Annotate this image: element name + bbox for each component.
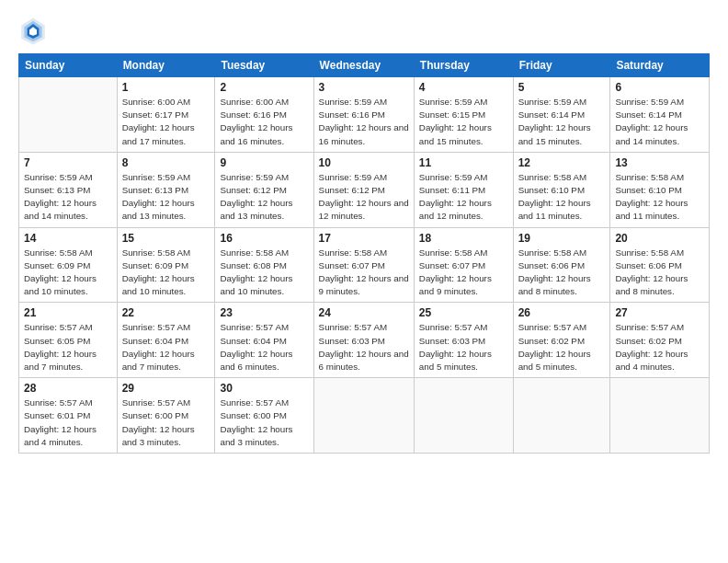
day-number: 1 — [122, 81, 210, 94]
column-header-monday: Monday — [117, 54, 215, 77]
day-info: Sunrise: 5:57 AMSunset: 6:04 PMDaylight:… — [220, 322, 292, 372]
day-info: Sunrise: 5:58 AMSunset: 6:07 PMDaylight:… — [319, 247, 409, 297]
day-info: Sunrise: 5:57 AMSunset: 6:03 PMDaylight:… — [419, 322, 492, 372]
calendar-cell: 20Sunrise: 5:58 AMSunset: 6:06 PMDayligh… — [610, 227, 710, 303]
column-header-wednesday: Wednesday — [313, 54, 414, 77]
day-number: 14 — [24, 232, 112, 245]
day-number: 5 — [518, 81, 606, 94]
calendar-cell — [513, 378, 610, 454]
calendar-cell — [313, 378, 414, 454]
column-header-tuesday: Tuesday — [215, 54, 313, 77]
calendar-week-4: 21Sunrise: 5:57 AMSunset: 6:05 PMDayligh… — [19, 303, 710, 378]
day-info: Sunrise: 5:59 AMSunset: 6:16 PMDaylight:… — [319, 97, 409, 146]
day-number: 23 — [220, 306, 308, 319]
calendar-cell — [19, 77, 118, 153]
day-number: 28 — [24, 382, 112, 395]
day-info: Sunrise: 5:58 AMSunset: 6:07 PMDaylight:… — [419, 247, 492, 297]
day-number: 7 — [24, 156, 112, 169]
day-info: Sunrise: 5:58 AMSunset: 6:09 PMDaylight:… — [122, 247, 195, 297]
day-info: Sunrise: 6:00 AMSunset: 6:17 PMDaylight:… — [122, 97, 195, 146]
day-info: Sunrise: 5:57 AMSunset: 6:00 PMDaylight:… — [220, 397, 292, 447]
calendar-cell: 28Sunrise: 5:57 AMSunset: 6:01 PMDayligh… — [19, 378, 118, 454]
day-number: 25 — [419, 306, 508, 319]
logo-icon — [18, 17, 48, 46]
calendar-header-row: SundayMondayTuesdayWednesdayThursdayFrid… — [19, 54, 710, 77]
calendar-week-3: 14Sunrise: 5:58 AMSunset: 6:09 PMDayligh… — [19, 227, 710, 303]
calendar-cell: 7Sunrise: 5:59 AMSunset: 6:13 PMDaylight… — [19, 152, 118, 227]
calendar-cell: 22Sunrise: 5:57 AMSunset: 6:04 PMDayligh… — [117, 303, 215, 378]
day-number: 19 — [518, 232, 606, 245]
calendar-cell: 16Sunrise: 5:58 AMSunset: 6:08 PMDayligh… — [215, 227, 313, 303]
calendar-cell: 6Sunrise: 5:59 AMSunset: 6:14 PMDaylight… — [610, 77, 710, 153]
calendar-cell: 4Sunrise: 5:59 AMSunset: 6:15 PMDaylight… — [414, 77, 513, 153]
day-number: 3 — [319, 81, 409, 94]
calendar-week-5: 28Sunrise: 5:57 AMSunset: 6:01 PMDayligh… — [19, 378, 710, 454]
day-info: Sunrise: 5:59 AMSunset: 6:11 PMDaylight:… — [419, 172, 492, 222]
calendar-cell: 1Sunrise: 6:00 AMSunset: 6:17 PMDaylight… — [117, 77, 215, 153]
page: SundayMondayTuesdayWednesdayThursdayFrid… — [0, 0, 728, 563]
day-number: 8 — [122, 156, 210, 169]
column-header-friday: Friday — [513, 54, 610, 77]
day-info: Sunrise: 5:59 AMSunset: 6:13 PMDaylight:… — [122, 172, 195, 222]
header — [18, 17, 710, 46]
day-info: Sunrise: 5:59 AMSunset: 6:12 PMDaylight:… — [319, 172, 409, 222]
calendar-cell: 13Sunrise: 5:58 AMSunset: 6:10 PMDayligh… — [610, 152, 710, 227]
calendar-cell: 29Sunrise: 5:57 AMSunset: 6:00 PMDayligh… — [117, 378, 215, 454]
day-info: Sunrise: 5:58 AMSunset: 6:06 PMDaylight:… — [518, 247, 591, 297]
calendar-week-1: 1Sunrise: 6:00 AMSunset: 6:17 PMDaylight… — [19, 77, 710, 153]
day-number: 15 — [122, 232, 210, 245]
logo — [18, 17, 51, 46]
calendar-cell: 21Sunrise: 5:57 AMSunset: 6:05 PMDayligh… — [19, 303, 118, 378]
day-number: 27 — [615, 306, 704, 319]
day-number: 2 — [220, 81, 308, 94]
day-number: 20 — [615, 232, 704, 245]
column-header-saturday: Saturday — [610, 54, 710, 77]
calendar-cell: 2Sunrise: 6:00 AMSunset: 6:16 PMDaylight… — [215, 77, 313, 153]
day-info: Sunrise: 5:59 AMSunset: 6:14 PMDaylight:… — [518, 97, 591, 146]
calendar-cell: 19Sunrise: 5:58 AMSunset: 6:06 PMDayligh… — [513, 227, 610, 303]
day-number: 26 — [518, 306, 606, 319]
calendar-cell: 27Sunrise: 5:57 AMSunset: 6:02 PMDayligh… — [610, 303, 710, 378]
day-number: 9 — [220, 156, 308, 169]
calendar-cell: 17Sunrise: 5:58 AMSunset: 6:07 PMDayligh… — [313, 227, 414, 303]
calendar-cell: 14Sunrise: 5:58 AMSunset: 6:09 PMDayligh… — [19, 227, 118, 303]
calendar-cell: 26Sunrise: 5:57 AMSunset: 6:02 PMDayligh… — [513, 303, 610, 378]
day-info: Sunrise: 5:57 AMSunset: 6:02 PMDaylight:… — [615, 322, 688, 372]
day-info: Sunrise: 5:58 AMSunset: 6:10 PMDaylight:… — [518, 172, 591, 222]
calendar-cell: 10Sunrise: 5:59 AMSunset: 6:12 PMDayligh… — [313, 152, 414, 227]
calendar-cell: 15Sunrise: 5:58 AMSunset: 6:09 PMDayligh… — [117, 227, 215, 303]
day-info: Sunrise: 5:57 AMSunset: 6:05 PMDaylight:… — [24, 322, 97, 372]
day-number: 30 — [220, 382, 308, 395]
calendar-cell: 5Sunrise: 5:59 AMSunset: 6:14 PMDaylight… — [513, 77, 610, 153]
calendar-cell: 24Sunrise: 5:57 AMSunset: 6:03 PMDayligh… — [313, 303, 414, 378]
column-header-thursday: Thursday — [414, 54, 513, 77]
day-info: Sunrise: 5:59 AMSunset: 6:12 PMDaylight:… — [220, 172, 292, 222]
day-info: Sunrise: 5:57 AMSunset: 6:04 PMDaylight:… — [122, 322, 195, 372]
day-number: 29 — [122, 382, 210, 395]
day-info: Sunrise: 5:57 AMSunset: 6:03 PMDaylight:… — [319, 322, 409, 372]
day-number: 10 — [319, 156, 409, 169]
calendar-cell: 18Sunrise: 5:58 AMSunset: 6:07 PMDayligh… — [414, 227, 513, 303]
calendar-cell: 23Sunrise: 5:57 AMSunset: 6:04 PMDayligh… — [215, 303, 313, 378]
day-info: Sunrise: 5:57 AMSunset: 6:00 PMDaylight:… — [122, 397, 195, 447]
calendar-cell — [414, 378, 513, 454]
day-info: Sunrise: 5:59 AMSunset: 6:13 PMDaylight:… — [24, 172, 97, 222]
day-info: Sunrise: 5:57 AMSunset: 6:02 PMDaylight:… — [518, 322, 591, 372]
calendar-cell: 25Sunrise: 5:57 AMSunset: 6:03 PMDayligh… — [414, 303, 513, 378]
day-number: 11 — [419, 156, 508, 169]
day-info: Sunrise: 5:59 AMSunset: 6:14 PMDaylight:… — [615, 97, 688, 146]
day-info: Sunrise: 5:57 AMSunset: 6:01 PMDaylight:… — [24, 397, 97, 447]
day-info: Sunrise: 6:00 AMSunset: 6:16 PMDaylight:… — [220, 97, 292, 146]
day-info: Sunrise: 5:59 AMSunset: 6:15 PMDaylight:… — [419, 97, 492, 146]
day-number: 4 — [419, 81, 508, 94]
calendar-cell: 12Sunrise: 5:58 AMSunset: 6:10 PMDayligh… — [513, 152, 610, 227]
calendar-cell: 8Sunrise: 5:59 AMSunset: 6:13 PMDaylight… — [117, 152, 215, 227]
day-info: Sunrise: 5:58 AMSunset: 6:06 PMDaylight:… — [615, 247, 688, 297]
calendar-cell — [610, 378, 710, 454]
day-number: 18 — [419, 232, 508, 245]
day-number: 13 — [615, 156, 704, 169]
day-number: 22 — [122, 306, 210, 319]
calendar-cell: 11Sunrise: 5:59 AMSunset: 6:11 PMDayligh… — [414, 152, 513, 227]
calendar-week-2: 7Sunrise: 5:59 AMSunset: 6:13 PMDaylight… — [19, 152, 710, 227]
calendar-cell: 9Sunrise: 5:59 AMSunset: 6:12 PMDaylight… — [215, 152, 313, 227]
